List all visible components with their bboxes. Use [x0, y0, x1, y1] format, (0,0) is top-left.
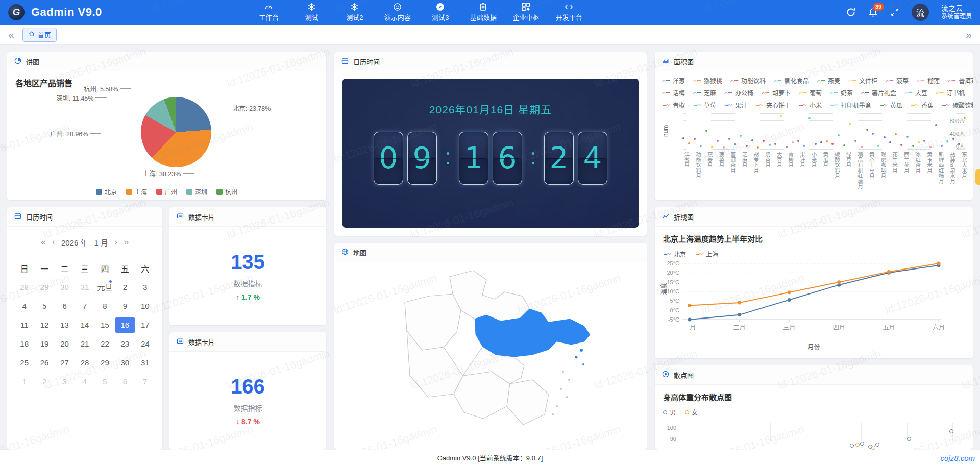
- calendar-day[interactable]: 27: [55, 355, 75, 371]
- calendar-day[interactable]: 18: [14, 336, 34, 352]
- legend-item[interactable]: 普洱茶: [948, 76, 973, 85]
- legend-item[interactable]: 办公椅: [724, 88, 753, 97]
- nav-item-test3[interactable]: 测试3: [427, 3, 454, 22]
- next-year-icon[interactable]: »: [124, 237, 129, 248]
- calendar-day[interactable]: 4: [14, 299, 34, 314]
- app-logo[interactable]: G: [8, 4, 24, 20]
- legend-item[interactable]: 榴莲: [917, 76, 940, 85]
- tabs-scroll-right-icon[interactable]: »: [966, 29, 972, 40]
- calendar-day[interactable]: 2: [115, 280, 135, 295]
- calendar-day[interactable]: 9: [115, 299, 135, 314]
- next-month-icon[interactable]: ›: [114, 237, 117, 248]
- legend-item[interactable]: 男: [663, 408, 676, 417]
- calendar-day[interactable]: 20: [55, 336, 75, 352]
- calendar-day[interactable]: 30: [115, 355, 135, 371]
- calendar-day[interactable]: 21: [75, 336, 94, 352]
- legend-item[interactable]: 黄瓜: [879, 101, 902, 109]
- calendar-day[interactable]: 元旦: [95, 280, 115, 295]
- legend-item[interactable]: 碳酸饮料: [942, 101, 973, 109]
- legend-item[interactable]: 芝麻: [693, 88, 716, 97]
- legend-item[interactable]: 菠菜: [886, 76, 909, 85]
- calendar-day[interactable]: 24: [135, 336, 155, 352]
- legend-item[interactable]: 深圳: [186, 187, 207, 196]
- calendar-day[interactable]: 15: [95, 317, 115, 333]
- calendar-day[interactable]: 14: [75, 317, 94, 333]
- legend-item[interactable]: 果汁: [724, 101, 747, 109]
- tabs-scroll-left-icon[interactable]: «: [8, 29, 14, 40]
- pie-chart[interactable]: [141, 97, 211, 167]
- legend-item[interactable]: 胡萝卜: [762, 88, 791, 97]
- legend-item[interactable]: 上海: [695, 250, 718, 258]
- notification-bell-icon[interactable]: 39: [868, 8, 878, 17]
- tab-home[interactable]: 首页: [22, 28, 57, 42]
- fullscreen-icon[interactable]: [890, 8, 899, 17]
- calendar-day[interactable]: 5: [34, 299, 54, 314]
- calendar-day[interactable]: 28: [75, 355, 94, 371]
- calendar-day[interactable]: 19: [34, 336, 54, 352]
- calendar-day[interactable]: 29: [95, 355, 115, 371]
- legend-item[interactable]: 大豆: [904, 88, 927, 97]
- refresh-icon[interactable]: [846, 7, 856, 17]
- calendar-day[interactable]: 5: [95, 374, 115, 389]
- legend-item[interactable]: 文件柜: [848, 76, 877, 85]
- calendar-day[interactable]: 6: [115, 374, 135, 389]
- legend-item[interactable]: 北京: [663, 250, 686, 258]
- legend-item[interactable]: 燕麦: [817, 76, 840, 85]
- nav-item-test2[interactable]: 测试2: [341, 3, 369, 22]
- calendar-day[interactable]: 4: [75, 374, 94, 389]
- calendar-day[interactable]: 31: [75, 280, 94, 295]
- calendar-day[interactable]: 26: [34, 355, 54, 371]
- legend-item[interactable]: 香蕉: [911, 101, 934, 109]
- calendar-day[interactable]: 3: [135, 280, 155, 295]
- calendar-day[interactable]: 6: [55, 299, 75, 314]
- legend-item[interactable]: 杭州: [216, 187, 237, 196]
- calendar-day[interactable]: 17: [135, 317, 155, 333]
- calendar-day[interactable]: 31: [135, 355, 155, 371]
- calendar-month[interactable]: 1 月: [94, 237, 109, 248]
- legend-item[interactable]: 洋葱: [662, 76, 685, 85]
- calendar-day[interactable]: 8: [95, 299, 115, 314]
- calendar-day[interactable]: 29: [34, 280, 54, 295]
- calendar-day[interactable]: 28: [14, 280, 34, 295]
- calendar-day[interactable]: 25: [14, 355, 34, 371]
- legend-item[interactable]: 话梅: [662, 88, 685, 97]
- calendar-day[interactable]: 3: [55, 374, 75, 389]
- settings-drawer-handle[interactable]: [975, 169, 980, 185]
- calendar-day[interactable]: 10: [135, 299, 155, 314]
- legend-item[interactable]: 北京: [96, 187, 117, 196]
- legend-item[interactable]: 草莓: [693, 101, 716, 109]
- nav-item-test[interactable]: 测试: [298, 3, 326, 22]
- legend-item[interactable]: 奶茶: [830, 88, 853, 97]
- calendar-day[interactable]: 2: [34, 374, 54, 389]
- legend-item[interactable]: 广州: [156, 187, 177, 196]
- calendar-day[interactable]: 11: [14, 317, 34, 333]
- nav-item-enterprise-hub[interactable]: 企业中枢: [512, 3, 540, 22]
- calendar-day[interactable]: 12: [34, 317, 54, 333]
- calendar-day[interactable]: 16: [115, 317, 135, 333]
- legend-item[interactable]: 女: [685, 408, 698, 417]
- nav-item-demo[interactable]: 演示内容: [384, 3, 411, 22]
- prev-month-icon[interactable]: ‹: [52, 237, 55, 248]
- legend-item[interactable]: 膨化食品: [774, 76, 809, 85]
- china-region-map[interactable]: [373, 265, 608, 439]
- calendar-day[interactable]: 30: [55, 280, 75, 295]
- legend-item[interactable]: 薯片礼盒: [861, 88, 896, 97]
- calendar-day[interactable]: 1: [14, 374, 34, 389]
- avatar[interactable]: 流: [912, 4, 929, 21]
- nav-item-base-data[interactable]: 基础数据: [470, 3, 497, 22]
- calendar-day[interactable]: 13: [55, 317, 75, 333]
- legend-item[interactable]: 夹心饼干: [755, 101, 791, 109]
- legend-item[interactable]: 葡萄: [799, 88, 822, 97]
- prev-year-icon[interactable]: «: [41, 237, 46, 248]
- nav-item-workbench[interactable]: 工作台: [255, 3, 283, 22]
- calendar-day[interactable]: 7: [135, 374, 155, 389]
- legend-item[interactable]: 青椒: [662, 101, 685, 109]
- legend-item[interactable]: 功能饮料: [730, 76, 766, 85]
- calendar-day[interactable]: 22: [95, 336, 115, 352]
- legend-item[interactable]: 上海: [126, 187, 147, 196]
- calendar-day[interactable]: 7: [75, 299, 94, 314]
- legend-item[interactable]: 猕猴桃: [693, 76, 722, 85]
- nav-item-dev-platform[interactable]: 开发平台: [555, 3, 583, 22]
- user-menu[interactable]: 流之云 系统管理员: [941, 4, 972, 21]
- legend-item[interactable]: 打印机墨盒: [830, 101, 871, 109]
